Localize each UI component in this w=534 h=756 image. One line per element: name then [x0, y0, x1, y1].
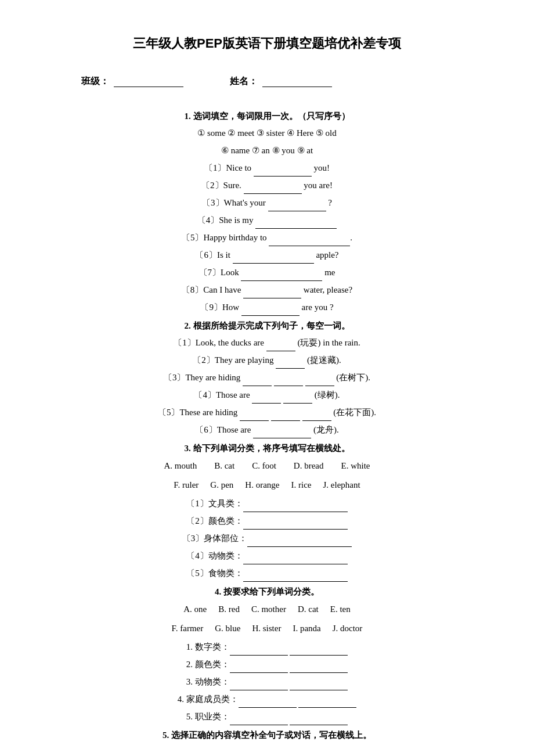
- section4-item4: 4. 家庭成员类：: [70, 690, 464, 708]
- blank-2-1[interactable]: [266, 342, 295, 351]
- section1-words: ① some ② meet ③ sister ④ Here ⑤ old: [70, 124, 464, 142]
- section1-words2: ⑥ name ⑦ an ⑧ you ⑨ at: [70, 142, 464, 159]
- blank-1-9[interactable]: [241, 307, 300, 316]
- section1-item2: 〔2〕Sure. you are!: [70, 177, 464, 194]
- section3-item5: 〔5〕食物类：: [70, 564, 464, 582]
- blank-2-2[interactable]: [276, 359, 305, 369]
- section3: 3. 给下列单词分类，将序号填写在横线处。 A. mouthB. catC. f…: [70, 443, 464, 582]
- section3-item3: 〔3〕身体部位：: [70, 530, 464, 547]
- section2-item2: 〔2〕They are playing (捉迷藏).: [70, 351, 464, 369]
- section1-item5: 〔5〕Happy birthday to .: [70, 229, 464, 246]
- blank-2-5b[interactable]: [271, 412, 300, 421]
- blank-2-3a[interactable]: [243, 377, 272, 386]
- section3-item1: 〔1〕文具类：: [70, 495, 464, 512]
- section4-item5: 5. 职业类：: [70, 708, 464, 725]
- blank-2-3c[interactable]: [305, 377, 334, 386]
- blank-1-1[interactable]: [254, 167, 312, 177]
- blank-2-5a[interactable]: [240, 412, 269, 421]
- blank-1-2[interactable]: [244, 185, 302, 194]
- section3-words1: A. mouthB. catC. footD. breadE. white: [70, 456, 464, 476]
- section3-item2: 〔2〕颜色类：: [70, 512, 464, 530]
- blank-1-3[interactable]: [268, 202, 326, 211]
- section4-words1: A. oneB. redC. motherD. catE. ten: [70, 600, 464, 619]
- blank-2-3b[interactable]: [274, 377, 303, 386]
- section3-item4: 〔4〕动物类：: [70, 547, 464, 564]
- blank-4-3a[interactable]: [230, 681, 288, 690]
- blank-4-4b[interactable]: [298, 699, 356, 708]
- section2-item4: 〔4〕Those are (绿树).: [70, 386, 464, 404]
- name-label: 姓名：: [230, 75, 258, 88]
- blank-1-5[interactable]: [269, 237, 350, 246]
- blank-1-8[interactable]: [243, 289, 301, 298]
- section1-item6: 〔6〕Is it apple?: [70, 246, 464, 264]
- blank-4-1a[interactable]: [230, 646, 288, 656]
- section3-words2: F. rulerG. penH. orangeI. riceJ. elephan…: [70, 476, 464, 495]
- blank-4-2a[interactable]: [230, 664, 288, 673]
- blank-2-5c[interactable]: [302, 412, 331, 421]
- section2-item5: 〔5〕These are hiding (在花下面).: [70, 404, 464, 421]
- section2-item6: 〔6〕Those are (龙舟).: [70, 421, 464, 438]
- blank-1-6[interactable]: [233, 254, 314, 264]
- section1-title: 1. 选词填空，每词限用一次。（只写序号）: [70, 111, 464, 122]
- section1-item9: 〔9〕How are you ?: [70, 298, 464, 316]
- class-label: 班级：: [81, 75, 109, 88]
- blank-4-3b[interactable]: [290, 681, 348, 690]
- blank-2-4a[interactable]: [252, 394, 281, 404]
- page-title: 三年级人教PEP版英语下册填空题培优补差专项: [35, 35, 499, 52]
- section1: 1. 选词填空，每词限用一次。（只写序号） ① some ② meet ③ si…: [70, 111, 464, 316]
- section4-item1: 1. 数字类：: [70, 638, 464, 656]
- section4-item3: 3. 动物类：: [70, 673, 464, 690]
- blank-4-2b[interactable]: [290, 664, 348, 673]
- blank-4-5b[interactable]: [290, 716, 348, 725]
- section1-item7: 〔7〕Look me: [70, 264, 464, 281]
- blank-2-4b[interactable]: [283, 394, 312, 404]
- blank-2-6[interactable]: [253, 429, 311, 438]
- section2: 2. 根据所给提示完成下列句子，每空一词。 〔1〕Look, the ducks…: [70, 321, 464, 438]
- section5: 5. 选择正确的内容填空补全句子或对话，写在横线上。: [70, 730, 464, 743]
- blank-4-5a[interactable]: [230, 716, 288, 725]
- section2-item3: 〔3〕They are hiding (在树下).: [70, 369, 464, 386]
- section1-item1: 〔1〕Nice to you!: [70, 159, 464, 177]
- section3-title: 3. 给下列单词分类，将序号填写在横线处。: [70, 443, 464, 454]
- blank-1-7[interactable]: [241, 272, 322, 281]
- section2-item1: 〔1〕Look, the ducks are (玩耍) in the rain.: [70, 334, 464, 351]
- section1-item3: 〔3〕What's your ?: [70, 194, 464, 211]
- blank-3-2[interactable]: [243, 520, 348, 530]
- blank-1-4[interactable]: [255, 219, 337, 229]
- section4-title: 4. 按要求给下列单词分类。: [70, 586, 464, 597]
- section4-item2: 2. 颜色类：: [70, 656, 464, 673]
- blank-3-5[interactable]: [243, 573, 348, 582]
- section5-title: 5. 选择正确的内容填空补全句子或对话，写在横线上。: [70, 730, 464, 741]
- section4-words2: F. farmerG. blueH. sisterI. pandaJ. doct…: [70, 619, 464, 638]
- blank-4-1b[interactable]: [290, 646, 348, 656]
- blank-3-3[interactable]: [247, 538, 352, 547]
- blank-3-4[interactable]: [243, 555, 348, 564]
- section1-item8: 〔8〕Can I have water, please?: [70, 281, 464, 298]
- section2-title: 2. 根据所给提示完成下列句子，每空一词。: [70, 321, 464, 332]
- blank-3-1[interactable]: [243, 503, 348, 512]
- class-input[interactable]: [114, 77, 183, 87]
- section4: 4. 按要求给下列单词分类。 A. oneB. redC. motherD. c…: [70, 586, 464, 725]
- section1-item4: 〔4〕She is my: [70, 211, 464, 229]
- blank-4-4a[interactable]: [239, 699, 297, 708]
- name-input[interactable]: [262, 77, 332, 87]
